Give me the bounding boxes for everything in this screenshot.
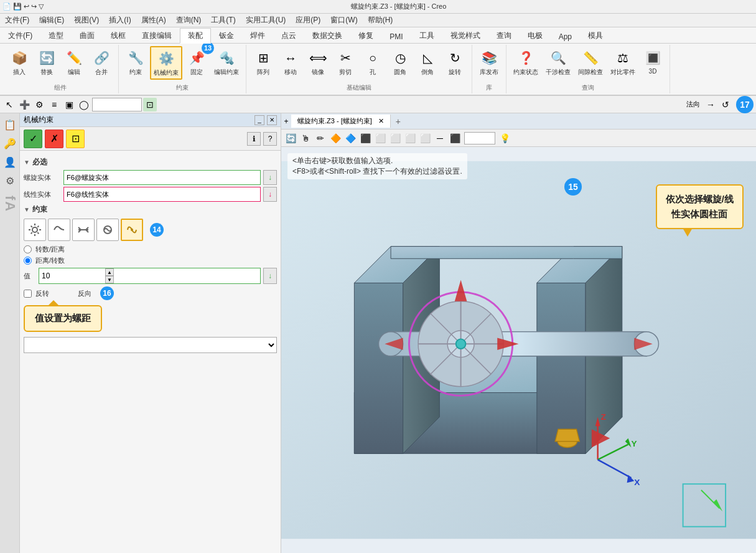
- linear-field-btn[interactable]: ↓: [263, 187, 277, 202]
- menu-view[interactable]: 视图(V): [69, 14, 104, 27]
- tool-undo-view[interactable]: ↺: [719, 98, 732, 111]
- ctype-btn-4[interactable]: [121, 219, 143, 241]
- tool-select[interactable]: ↖: [2, 98, 16, 111]
- sidebar-icon-2[interactable]: 👤: [1, 153, 19, 171]
- tool-circle[interactable]: ◯: [77, 98, 91, 111]
- tab-sheet-metal[interactable]: 钣金: [211, 28, 242, 43]
- ctype-btn-1[interactable]: [48, 219, 70, 241]
- btn-help[interactable]: ?: [263, 132, 277, 146]
- tab-pointcloud[interactable]: 点云: [273, 28, 304, 43]
- value-direction-btn[interactable]: ↓: [263, 268, 277, 284]
- tab-data-exchange[interactable]: 数据交换: [304, 28, 350, 43]
- vp-tool-9[interactable]: ⬜: [418, 131, 432, 145]
- tab-direct-edit[interactable]: 直接编辑: [134, 28, 180, 43]
- btn-merge[interactable]: 🔗 合并: [88, 46, 114, 78]
- ctype-btn-3[interactable]: [96, 219, 119, 241]
- tool-arrow[interactable]: →: [704, 98, 717, 111]
- btn-chamfer[interactable]: ◺ 倒角: [414, 46, 441, 78]
- dropdown-field[interactable]: [92, 98, 142, 111]
- vp-tool-1[interactable]: 🖱: [299, 131, 312, 145]
- vp-tool-4[interactable]: 🔷: [343, 131, 357, 145]
- tab-pin[interactable]: +: [281, 116, 291, 126]
- helix-value[interactable]: F6@螺旋实体: [63, 170, 261, 185]
- vp-tool-0[interactable]: 🔄: [284, 131, 297, 145]
- btn-3d[interactable]: 🔳 3D: [640, 46, 666, 77]
- ctype-btn-0[interactable]: [24, 219, 46, 241]
- btn-clearance[interactable]: 📏 间隙检查: [575, 46, 606, 78]
- tab-app[interactable]: App: [551, 30, 580, 43]
- helix-field-btn[interactable]: ↓: [263, 170, 277, 185]
- tool-settings[interactable]: ⚙: [32, 98, 46, 111]
- menu-window[interactable]: 窗口(W): [325, 14, 362, 27]
- menu-file[interactable]: 文件(F): [0, 14, 34, 27]
- value-input[interactable]: [42, 272, 104, 280]
- sidebar-icon-0[interactable]: 📋: [1, 116, 19, 133]
- viewport-tab-main[interactable]: 螺旋约束.Z3 - [螺旋约束] ✕: [291, 115, 391, 128]
- btn-interference[interactable]: 🔍 干涉检查: [543, 46, 574, 78]
- radio-turns-dist[interactable]: [24, 245, 32, 253]
- tab-pmi[interactable]: PMI: [381, 30, 411, 43]
- tab-query-r[interactable]: 查询: [488, 28, 520, 43]
- vp-tool-8[interactable]: ⬜: [403, 131, 417, 145]
- vp-tool-3[interactable]: 🔶: [329, 131, 342, 145]
- btn-mirror[interactable]: ⟺ 镜像: [305, 46, 331, 78]
- spinner-up[interactable]: ▲: [105, 268, 114, 276]
- menu-tools[interactable]: 工具(T): [206, 14, 240, 27]
- viewport-tab-close[interactable]: ✕: [378, 117, 384, 125]
- btn-fix[interactable]: 📌 固定 13: [184, 46, 210, 78]
- tab-mold[interactable]: 模具: [580, 28, 611, 43]
- vp-tool-7[interactable]: ⬜: [388, 131, 402, 145]
- dropdown-select[interactable]: [24, 337, 277, 353]
- radio-dist-turns[interactable]: [24, 257, 32, 265]
- btn-constraint[interactable]: 🔧 约束: [123, 46, 149, 78]
- tab-surface[interactable]: 曲面: [72, 28, 103, 43]
- menu-utilities[interactable]: 实用工具(U): [241, 14, 291, 27]
- vp-color-box[interactable]: [464, 132, 495, 144]
- btn-move[interactable]: ↔ 移动: [278, 46, 304, 78]
- btn-replace[interactable]: 🔄 替换: [34, 46, 60, 78]
- value-input-container[interactable]: ▲ ▼: [39, 268, 261, 284]
- tab-repair[interactable]: 修复: [350, 28, 381, 43]
- menu-query[interactable]: 查询(N): [171, 14, 207, 27]
- btn-preview-yellow[interactable]: ⊡: [66, 130, 85, 148]
- btn-fillet[interactable]: ◷ 圆角: [387, 46, 413, 78]
- vp-tool-2[interactable]: ✏: [314, 131, 327, 145]
- vp-tool-12[interactable]: 💡: [498, 131, 511, 145]
- btn-mechanical-constraint[interactable]: ⚙️ 机械约束: [150, 46, 182, 80]
- menu-insert[interactable]: 插入(I): [104, 14, 136, 27]
- tool-confirm[interactable]: ⊡: [143, 98, 157, 111]
- linear-value[interactable]: F6@线性实体: [63, 187, 261, 202]
- btn-insert[interactable]: 📦 插入: [6, 46, 32, 78]
- sidebar-icon-1[interactable]: 🔑: [1, 135, 19, 152]
- menu-help[interactable]: 帮助(H): [363, 14, 398, 27]
- btn-lib-publish[interactable]: 📚 库发布: [476, 46, 502, 78]
- btn-confirm-green[interactable]: ✓: [24, 130, 42, 148]
- btn-edit-constraint[interactable]: 🔩 编辑约束: [211, 46, 242, 78]
- btn-rotate[interactable]: ↻ 旋转: [442, 46, 468, 78]
- btn-info[interactable]: ℹ: [247, 132, 261, 146]
- tab-electrode[interactable]: 电极: [520, 28, 551, 43]
- menu-edit[interactable]: 编辑(E): [34, 14, 69, 27]
- tool-list[interactable]: ≡: [47, 98, 61, 111]
- vp-tool-6[interactable]: ⬜: [373, 131, 387, 145]
- tab-wireframe[interactable]: 线框: [103, 28, 134, 43]
- panel-minimize[interactable]: _: [254, 115, 264, 125]
- vp-tool-10[interactable]: ─: [433, 131, 447, 145]
- btn-cut[interactable]: ✂ 剪切: [332, 46, 358, 78]
- tool-grid[interactable]: ▣: [62, 98, 76, 111]
- tab-modeling[interactable]: 造型: [40, 28, 72, 43]
- ctype-btn-2[interactable]: [72, 219, 95, 241]
- vp-tool-5[interactable]: ⬛: [358, 131, 372, 145]
- tab-assembly[interactable]: 装配: [180, 28, 211, 44]
- btn-cancel-red[interactable]: ✗: [45, 130, 63, 148]
- menu-app[interactable]: 应用(P): [291, 14, 325, 27]
- viewport-tab-add[interactable]: +: [391, 115, 406, 128]
- spinner-down[interactable]: ▼: [105, 276, 114, 283]
- tab-file[interactable]: 文件(F): [0, 28, 40, 43]
- tab-tools[interactable]: 工具: [411, 28, 442, 43]
- btn-compare[interactable]: ⚖ 对比零件: [607, 46, 638, 78]
- tool-add[interactable]: ➕: [17, 98, 31, 111]
- btn-constraint-status[interactable]: ❓ 约束状态: [510, 46, 541, 78]
- btn-edit[interactable]: ✏️ 编辑: [61, 46, 87, 78]
- menu-property[interactable]: 属性(A): [136, 14, 171, 27]
